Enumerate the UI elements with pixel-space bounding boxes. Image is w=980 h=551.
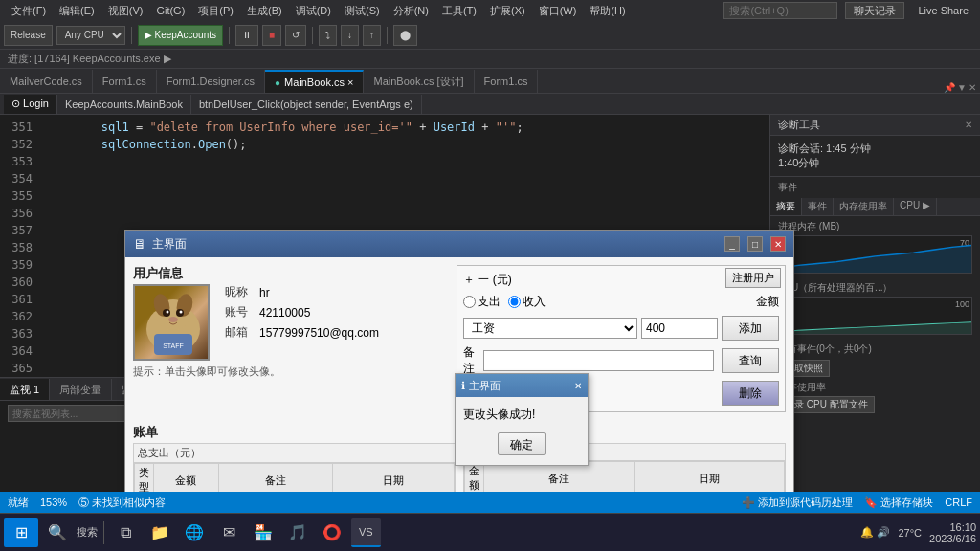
menu-tools[interactable]: 工具(T) — [436, 2, 482, 20]
step-over-btn[interactable]: ⤵ — [319, 25, 337, 46]
menu-file[interactable]: 文件(F) — [6, 2, 52, 20]
bottom-tab-locals[interactable]: 局部变量 — [50, 379, 112, 400]
diag-tab-events[interactable]: 事件 — [802, 198, 834, 215]
menu-window[interactable]: 窗口(W) — [533, 2, 583, 20]
user-info-section: STAFF 昵称 hr — [133, 284, 449, 361]
menu-help[interactable]: 帮助(H) — [584, 2, 631, 20]
menu-bar: 文件(F) 编辑(E) 视图(V) Git(G) 项目(P) 生成(B) 调试(… — [0, 0, 980, 21]
dialog-ok-btn[interactable]: 确定 — [498, 432, 546, 455]
edge-icon[interactable]: 🌐 — [179, 518, 210, 547]
menu-search-input[interactable] — [723, 2, 837, 19]
diag-tab-cpu[interactable]: CPU ▶ — [894, 198, 937, 215]
status-right: ➕ 添加到源代码历处理 🔖 选择存储块 CRLF — [742, 496, 972, 510]
query-btn[interactable]: 查询 — [722, 348, 779, 373]
income-radio-text: 收入 — [523, 294, 546, 310]
vs-taskbar-app[interactable]: VS — [351, 518, 381, 547]
category-select[interactable]: 工资 — [463, 318, 637, 339]
chat-button[interactable]: 聊天记录 — [845, 2, 904, 19]
menu-ext[interactable]: 扩展(X) — [484, 2, 531, 20]
store-icon[interactable]: 🏪 — [248, 518, 278, 547]
tab-form1-designer[interactable]: Form1.Designer.cs — [157, 70, 265, 93]
tab-chevron-btn[interactable]: ▼ — [957, 82, 967, 93]
tab-pin-btn[interactable]: 📌 — [944, 82, 955, 93]
diag-close-btn[interactable]: ✕ — [965, 120, 972, 130]
income-radio[interactable] — [508, 296, 521, 308]
diag-main-tabs: 摘要 事件 内存使用率 CPU ▶ — [770, 198, 980, 216]
bottom-tab-watch1[interactable]: 监视 1 — [0, 379, 50, 400]
form-minimize-btn[interactable]: _ — [724, 236, 740, 252]
temp-label: 27°C — [898, 527, 922, 539]
menu-view[interactable]: 视图(V) — [102, 2, 149, 20]
remark-label: 备注 — [463, 344, 479, 377]
remark-input[interactable] — [483, 350, 714, 371]
second-tab-btndel[interactable]: btnDelUser_Click(object sender, EventArg… — [191, 95, 422, 114]
memory-label: 内存使用率 — [778, 381, 972, 394]
second-tab-login[interactable]: ⊙ Login — [4, 95, 57, 114]
breakpoint-btn[interactable]: ⬤ — [393, 25, 417, 46]
second-tab-mainbook[interactable]: KeepAccounts.MainBook — [57, 95, 191, 114]
form-maximize-btn[interactable]: □ — [747, 236, 763, 252]
tab-close-btn[interactable]: ✕ — [969, 82, 976, 93]
explorer-icon[interactable]: 📁 — [145, 518, 175, 547]
taskbar-sep — [103, 521, 104, 544]
menu-analyze[interactable]: 分析(N) — [388, 2, 434, 20]
add-code-label[interactable]: ➕ 添加到源代码历处理 — [742, 496, 853, 510]
nickname-row: 昵称 hr — [225, 284, 449, 300]
menu-edit[interactable]: 编辑(E) — [54, 2, 100, 20]
restart-btn[interactable]: ↺ — [285, 25, 306, 46]
tab-mainbook-design[interactable]: MainBook.cs [设计] — [364, 70, 474, 93]
diag-tab-summary[interactable]: 摘要 — [770, 198, 802, 215]
dialog-title-bar: ℹ 主界面 ✕ — [456, 374, 588, 397]
menu-git[interactable]: Git(G) — [150, 3, 190, 18]
expense-radio-label[interactable]: 支出 — [463, 294, 501, 310]
taskview-icon[interactable]: ⧉ — [110, 518, 141, 547]
step-out-btn[interactable]: ↑ — [363, 25, 381, 46]
diag-tab-memory[interactable]: 内存使用率 — [834, 198, 894, 215]
chrome-icon[interactable]: ⭕ — [317, 518, 347, 547]
select-save-label[interactable]: 🔖 选择存储块 — [864, 496, 933, 510]
start-btn[interactable]: ⊞ — [4, 518, 38, 547]
register-btn[interactable]: 注册用户 — [725, 268, 781, 288]
account-label: 账号 — [225, 304, 254, 320]
tab-mainbook[interactable]: ● MainBook.cs × — [265, 70, 365, 93]
search-taskbar-icon[interactable]: 🔍 — [42, 518, 73, 547]
email-label: 邮箱 — [225, 324, 254, 341]
tab-form1-cs[interactable]: Form1.cs — [475, 70, 539, 93]
add-btn[interactable]: 添加 — [722, 316, 779, 341]
svg-marker-1 — [779, 322, 971, 334]
remark-row: 备注 查询 — [463, 344, 779, 377]
menu-project[interactable]: 项目(P) — [192, 2, 239, 20]
user-avatar[interactable]: STAFF — [133, 284, 210, 361]
email-value: 15779997510@qq.com — [259, 326, 379, 340]
menu-search-area: 聊天记录 Live Share — [723, 2, 974, 19]
income-radio-label[interactable]: 收入 — [508, 294, 546, 310]
cpu-select[interactable]: Any CPU — [56, 26, 125, 45]
run-btn[interactable]: ▶ KeepAccounts — [138, 25, 223, 46]
expense-table-wrap: 总支出（元） 类型 金额 备注 日期 — [133, 443, 456, 492]
form-title-text: 主界面 — [152, 236, 717, 253]
release-btn[interactable]: Release — [4, 25, 53, 46]
code-line-354: sqlConnection.Open(); — [46, 136, 762, 153]
amount-input[interactable] — [641, 318, 718, 339]
right-panel-header: 诊断工具 ✕ — [770, 115, 980, 136]
menu-test[interactable]: 测试(S) — [339, 2, 386, 20]
stop-btn[interactable]: ■ — [262, 25, 281, 46]
step-into-btn[interactable]: ↓ — [341, 25, 359, 46]
dialog-close-btn[interactable]: ✕ — [574, 381, 582, 391]
search-taskbar-label: 搜索 — [77, 525, 98, 540]
dialog-box[interactable]: ℹ 主界面 ✕ 更改头像成功! 确定 — [455, 373, 589, 466]
pause-btn[interactable]: ⏸ — [235, 25, 258, 46]
col-remark-header: 备注 — [218, 464, 332, 493]
delete-btn[interactable]: 删除 — [722, 381, 779, 406]
svg-point-8 — [167, 311, 169, 314]
svg-point-9 — [180, 311, 183, 314]
tab-mailver[interactable]: MailverCode.cs — [0, 70, 93, 93]
menu-build[interactable]: 生成(B) — [241, 2, 288, 20]
menu-debug[interactable]: 调试(D) — [290, 2, 337, 20]
expense-radio[interactable] — [463, 296, 476, 308]
spotify-icon[interactable]: 🎵 — [282, 518, 313, 547]
mail-icon[interactable]: ✉ — [213, 518, 244, 547]
tab-form1[interactable]: Form1.cs — [93, 70, 157, 93]
form-close-btn[interactable]: ✕ — [770, 236, 786, 252]
amount-header-label: 金额 — [756, 294, 779, 310]
